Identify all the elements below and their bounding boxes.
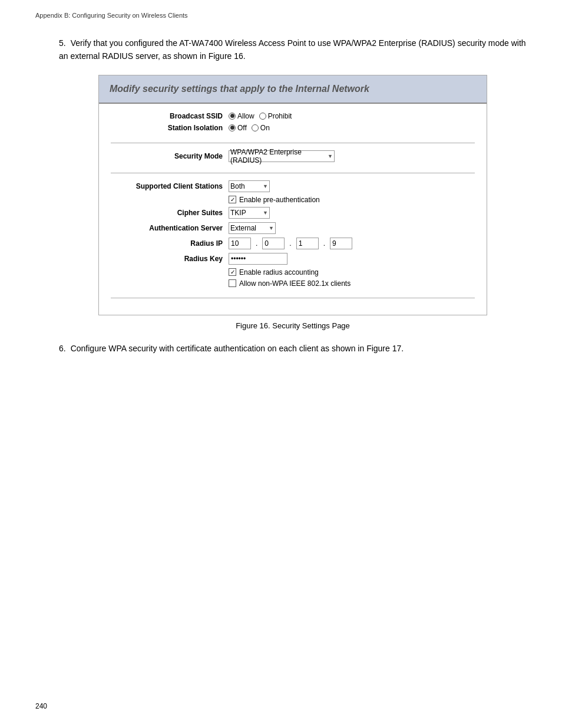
radius-key-input[interactable] (229, 253, 287, 265)
cipher-suites-row: Cipher Suites TKIP ▼ (111, 207, 475, 219)
supported-client-arrow: ▼ (263, 183, 268, 189)
station-off-radio[interactable] (229, 124, 236, 131)
radius-ip-4[interactable] (330, 238, 352, 249)
radius-ip-value: . . . (229, 238, 352, 249)
section-security-mode: Security Mode WPA/WPA2 Enterprise (RADIU… (111, 150, 475, 173)
radius-key-value (229, 253, 287, 265)
figure-body: Broadcast SSID Allow Prohibit (99, 104, 487, 315)
cipher-suites-select[interactable]: TKIP ▼ (229, 207, 270, 219)
ip-sep-3: . (323, 239, 325, 248)
station-on-radio[interactable] (252, 124, 259, 131)
step6-text: 6.Configure WPA security with certificat… (59, 342, 527, 355)
station-isolation-row: Station Isolation Off On (111, 124, 475, 132)
broadcast-ssid-label: Broadcast SSID (111, 112, 223, 120)
page-number: 240 (35, 702, 47, 710)
radius-ip-1[interactable] (229, 238, 251, 249)
figure-box: Modify security settings that apply to t… (98, 75, 487, 315)
radius-ip-label: Radius IP (111, 239, 223, 248)
figure-caption: Figure 16. Security Settings Page (59, 321, 527, 330)
radius-key-label: Radius Key (111, 255, 223, 263)
figure-header: Modify security settings that apply to t… (99, 75, 487, 104)
station-isolation-value: Off On (229, 124, 270, 132)
broadcast-prohibit-radio[interactable] (259, 113, 266, 120)
step5-number: 5. (59, 37, 66, 50)
cipher-suites-arrow: ▼ (263, 210, 268, 216)
radius-ip-2[interactable] (262, 238, 285, 249)
security-mode-arrow: ▼ (328, 153, 333, 159)
breadcrumb: Appendix B: Configuring Security on Wire… (35, 12, 527, 19)
allow-non-wpa-checkbox[interactable] (229, 279, 236, 287)
radius-key-row: Radius Key (111, 253, 475, 265)
supported-client-select[interactable]: Both ▼ (229, 180, 270, 192)
allow-non-wpa-row: Allow non-WPA IEEE 802.1x clients (229, 279, 475, 288)
enable-preauth-checkbox[interactable] (229, 196, 236, 203)
radius-ip-3[interactable] (296, 238, 319, 249)
step5-text: 5.Verify that you configured the AT-WA74… (59, 37, 527, 63)
auth-server-select[interactable]: External ▼ (229, 222, 276, 234)
auth-server-value: External ▼ (229, 222, 276, 234)
auth-server-label: Authentication Server (111, 224, 223, 232)
security-mode-select[interactable]: WPA/WPA2 Enterprise (RADIUS) ▼ (229, 150, 335, 162)
broadcast-ssid-row: Broadcast SSID Allow Prohibit (111, 112, 475, 120)
broadcast-allow-radio[interactable] (229, 113, 236, 120)
radius-ip-row: Radius IP . . . (111, 238, 475, 249)
cipher-suites-value: TKIP ▼ (229, 207, 270, 219)
broadcast-prohibit-option[interactable]: Prohibit (259, 112, 292, 120)
ip-sep-1: . (256, 239, 257, 248)
step6-number: 6. (59, 342, 66, 355)
cipher-suites-label: Cipher Suites (111, 209, 223, 217)
auth-server-arrow: ▼ (269, 225, 274, 231)
step5-container: 5.Verify that you configured the AT-WA74… (59, 37, 527, 355)
station-isolation-label: Station Isolation (111, 124, 223, 132)
ip-sep-2: . (289, 239, 291, 248)
supported-client-row: Supported Client Stations Both ▼ (111, 180, 475, 192)
supported-client-label: Supported Client Stations (111, 182, 223, 190)
station-on-option[interactable]: On (252, 124, 270, 132)
enable-preauth-row: Enable pre-authentication (229, 196, 475, 204)
auth-server-row: Authentication Server External ▼ (111, 222, 475, 234)
supported-client-value: Both ▼ (229, 180, 270, 192)
broadcast-ssid-value: Allow Prohibit (229, 112, 292, 120)
enable-radius-accounting-checkbox[interactable] (229, 268, 236, 276)
page: Appendix B: Configuring Security on Wire… (0, 0, 562, 728)
station-off-option[interactable]: Off (229, 124, 247, 132)
broadcast-allow-option[interactable]: Allow (229, 112, 254, 120)
section-wpa: Supported Client Stations Both ▼ Enable … (111, 180, 475, 298)
section-basic: Broadcast SSID Allow Prohibit (111, 112, 475, 143)
enable-radius-accounting-row: Enable radius accounting (229, 268, 475, 276)
security-mode-row: Security Mode WPA/WPA2 Enterprise (RADIU… (111, 150, 475, 162)
security-mode-value: WPA/WPA2 Enterprise (RADIUS) ▼ (229, 150, 335, 162)
security-mode-label: Security Mode (111, 152, 223, 160)
